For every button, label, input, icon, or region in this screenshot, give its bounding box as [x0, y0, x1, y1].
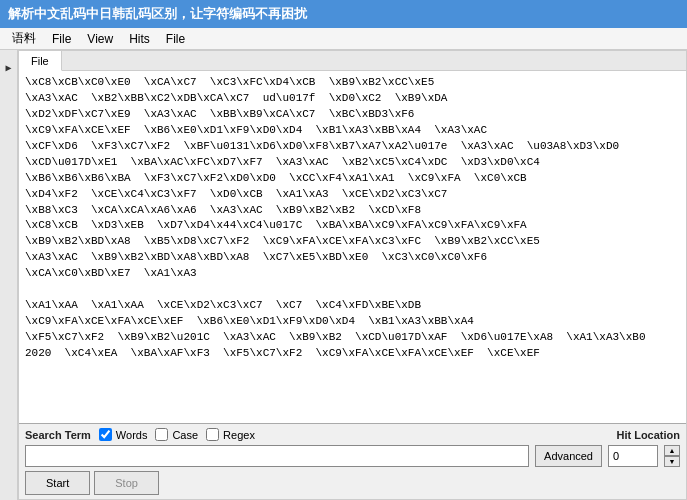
words-checkbox-group: Words [99, 428, 148, 441]
regex-label[interactable]: Regex [223, 429, 255, 441]
file-tabs: File [19, 51, 686, 71]
text-display[interactable]: \xC8\xCB\xC0\xE0 \xCA\xC7 \xC3\xFC\xD4\x… [19, 71, 686, 423]
file-tab-label: File [31, 55, 49, 67]
sidebar: ▶ [0, 50, 18, 500]
action-buttons: Start Stop [25, 471, 680, 495]
stop-button[interactable]: Stop [94, 471, 159, 495]
sidebar-expand-arrow[interactable]: ▶ [5, 62, 11, 74]
spinner-down-button[interactable]: ▼ [664, 456, 680, 467]
menu-item-hits[interactable]: Hits [121, 30, 158, 48]
spinner-up-button[interactable]: ▲ [664, 445, 680, 456]
main-area: ▶ File \xC8\xCB\xC0\xE0 \xCA\xC7 \xC3\xF… [0, 50, 687, 500]
menu-bar: 语料 File View Hits File [0, 28, 687, 50]
title-text: 解析中文乱码中日韩乱码区别，让字符编码不再困扰 [8, 5, 307, 23]
search-panel: Search Term Words Case [19, 423, 686, 499]
regex-checkbox-group: Regex [206, 428, 255, 441]
start-button[interactable]: Start [25, 471, 90, 495]
content-area: File \xC8\xCB\xC0\xE0 \xCA\xC7 \xC3\xFC\… [18, 50, 687, 500]
title-bar: 解析中文乱码中日韩乱码区别，让字符编码不再困扰 [0, 0, 687, 28]
case-checkbox-group: Case [155, 428, 198, 441]
hit-location-spinner: ▲ ▼ [664, 445, 680, 467]
words-label[interactable]: Words [116, 429, 148, 441]
advanced-button[interactable]: Advanced [535, 445, 602, 467]
words-checkbox[interactable] [99, 428, 112, 441]
menu-item-file1[interactable]: File [44, 30, 79, 48]
menu-item-corpus[interactable]: 语料 [4, 28, 44, 49]
case-label[interactable]: Case [172, 429, 198, 441]
hit-location-label: Hit Location [616, 429, 680, 441]
menu-item-view[interactable]: View [79, 30, 121, 48]
hit-location-input[interactable] [608, 445, 658, 467]
search-term-label: Search Term [25, 429, 91, 441]
menu-item-file2[interactable]: File [158, 30, 193, 48]
regex-checkbox[interactable] [206, 428, 219, 441]
case-checkbox[interactable] [155, 428, 168, 441]
search-input[interactable] [25, 445, 529, 467]
file-tab-0[interactable]: File [19, 51, 62, 71]
